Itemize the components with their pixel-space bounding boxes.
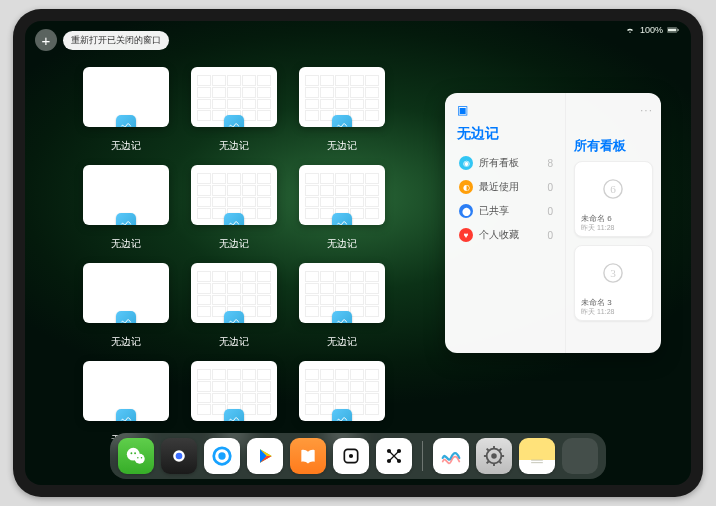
ipad-screen: 100% + 重新打开已关闭的窗口 无边记无边记无边记无边记无边记无边记无边记无… — [25, 21, 691, 485]
freeform-app-icon — [332, 311, 352, 323]
svg-point-12 — [141, 457, 142, 458]
category-label: 已共享 — [479, 204, 509, 218]
new-window-button[interactable]: + — [35, 29, 57, 51]
category-label: 个人收藏 — [479, 228, 519, 242]
category-label: 最近使用 — [479, 180, 519, 194]
svg-point-10 — [134, 452, 136, 454]
svg-text:3: 3 — [611, 267, 617, 279]
category-count: 8 — [547, 158, 553, 169]
dock-app-dice[interactable] — [333, 438, 369, 474]
window-thumbnail[interactable]: 无边记 — [83, 165, 169, 251]
window-grid: 无边记无边记无边记无边记无边记无边记无边记无边记无边记无边记无边记无边记 — [83, 67, 453, 447]
wifi-icon — [624, 26, 636, 34]
svg-rect-2 — [678, 29, 679, 31]
svg-point-9 — [131, 452, 133, 454]
board-title: 未命名 6 — [581, 214, 646, 224]
svg-point-16 — [218, 452, 225, 459]
dock-separator — [422, 441, 423, 471]
freeform-popover: ▣ 无边记 ◉所有看板8◐最近使用0⬤已共享0♥个人收藏0 ··· 所有看板 6… — [445, 93, 661, 353]
category-icon: ◐ — [459, 180, 473, 194]
window-thumbnail[interactable]: 无边记 — [299, 263, 385, 349]
category-count: 0 — [547, 230, 553, 241]
svg-line-31 — [500, 449, 502, 451]
battery-label: 100% — [640, 25, 663, 35]
freeform-app-icon — [116, 213, 136, 225]
popover-content: ··· 所有看板 6未命名 6昨天 11:283未命名 3昨天 11:28 — [566, 93, 661, 353]
window-thumbnail[interactable]: 无边记 — [191, 165, 277, 251]
board-thumbnail: 3 — [579, 250, 648, 296]
ipad-device: 100% + 重新打开已关闭的窗口 无边记无边记无边记无边记无边记无边记无边记无… — [13, 9, 703, 497]
category-count: 0 — [547, 206, 553, 217]
more-icon[interactable]: ··· — [640, 103, 653, 117]
category-icon: ♥ — [459, 228, 473, 242]
category-item[interactable]: ◉所有看板8 — [457, 151, 555, 175]
sidebar-icon[interactable]: ▣ — [457, 103, 468, 117]
window-thumbnail[interactable]: 无边记 — [299, 67, 385, 153]
freeform-app-icon — [224, 213, 244, 225]
status-bar: 100% — [624, 25, 679, 35]
window-thumbnail[interactable]: 无边记 — [299, 165, 385, 251]
freeform-app-icon — [332, 115, 352, 127]
dock — [110, 433, 606, 479]
reopen-closed-window-button[interactable]: 重新打开已关闭的窗口 — [63, 31, 169, 50]
category-item[interactable]: ◐最近使用0 — [457, 175, 555, 199]
board-subtitle: 昨天 11:28 — [581, 308, 646, 316]
category-item[interactable]: ♥个人收藏0 — [457, 223, 555, 247]
svg-point-14 — [176, 453, 183, 460]
svg-rect-1 — [668, 29, 676, 32]
window-label: 无边记 — [327, 237, 357, 251]
window-label: 无边记 — [111, 139, 141, 153]
popover-sidebar: ▣ 无边记 ◉所有看板8◐最近使用0⬤已共享0♥个人收藏0 — [445, 93, 566, 353]
top-buttons: + 重新打开已关闭的窗口 — [35, 29, 169, 51]
freeform-app-icon — [224, 311, 244, 323]
freeform-app-icon — [332, 409, 352, 421]
window-thumbnail[interactable]: 无边记 — [191, 67, 277, 153]
window-label: 无边记 — [219, 237, 249, 251]
board-card[interactable]: 6未命名 6昨天 11:28 — [574, 161, 653, 237]
dock-app-play[interactable] — [247, 438, 283, 474]
board-thumbnail: 6 — [579, 166, 648, 212]
freeform-app-icon — [116, 409, 136, 421]
dock-app-wechat[interactable] — [118, 438, 154, 474]
category-label: 所有看板 — [479, 156, 519, 170]
category-icon: ⬤ — [459, 204, 473, 218]
svg-line-32 — [487, 462, 489, 464]
svg-line-30 — [500, 462, 502, 464]
popover-left-title: 无边记 — [457, 125, 555, 143]
window-label: 无边记 — [219, 335, 249, 349]
freeform-app-icon — [224, 409, 244, 421]
freeform-app-icon — [116, 115, 136, 127]
window-label: 无边记 — [219, 139, 249, 153]
freeform-app-icon — [224, 115, 244, 127]
window-label: 无边记 — [327, 139, 357, 153]
board-title: 未命名 3 — [581, 298, 646, 308]
dock-app-folder[interactable] — [562, 438, 598, 474]
svg-line-29 — [487, 449, 489, 451]
dock-app-books[interactable] — [290, 438, 326, 474]
svg-point-11 — [137, 457, 138, 458]
dock-app-nodes[interactable] — [376, 438, 412, 474]
dock-app-freeform[interactable] — [433, 438, 469, 474]
battery-icon — [667, 26, 679, 34]
dock-app-settings[interactable] — [476, 438, 512, 474]
dock-app-notes[interactable] — [519, 438, 555, 474]
window-thumbnail[interactable]: 无边记 — [83, 67, 169, 153]
freeform-app-icon — [116, 311, 136, 323]
window-label: 无边记 — [111, 237, 141, 251]
category-item[interactable]: ⬤已共享0 — [457, 199, 555, 223]
svg-point-18 — [349, 454, 353, 458]
popover-right-title: 所有看板 — [574, 137, 653, 155]
category-count: 0 — [547, 182, 553, 193]
window-thumbnail[interactable]: 无边记 — [83, 263, 169, 349]
dock-app-camera[interactable] — [161, 438, 197, 474]
board-subtitle: 昨天 11:28 — [581, 224, 646, 232]
svg-point-24 — [491, 453, 497, 459]
window-label: 无边记 — [111, 335, 141, 349]
category-icon: ◉ — [459, 156, 473, 170]
board-card[interactable]: 3未命名 3昨天 11:28 — [574, 245, 653, 321]
dock-app-qq[interactable] — [204, 438, 240, 474]
svg-text:6: 6 — [611, 183, 617, 195]
window-label: 无边记 — [327, 335, 357, 349]
freeform-app-icon — [332, 213, 352, 225]
window-thumbnail[interactable]: 无边记 — [191, 263, 277, 349]
